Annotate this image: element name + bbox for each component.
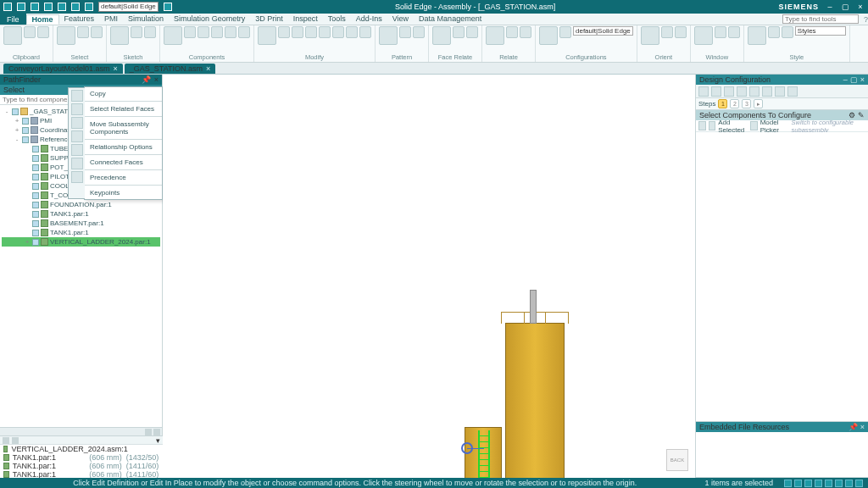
status-icon[interactable] (855, 480, 863, 487)
model-picker-button[interactable]: Model Picker (760, 119, 789, 134)
ribbon-icon[interactable] (144, 26, 156, 38)
tree-node[interactable]: TANK1.par:1 (2, 209, 160, 219)
tree-checkbox[interactable] (32, 239, 39, 246)
dc-tool-icon[interactable] (787, 86, 798, 97)
model-picker-icon[interactable] (750, 121, 758, 130)
qat-redo-icon[interactable] (31, 3, 39, 11)
panel-pin-icon[interactable]: 📌 (849, 423, 858, 431)
panel-pin-icon[interactable]: 📌 (142, 75, 151, 84)
ribbon-icon[interactable] (466, 26, 478, 38)
status-icon[interactable] (804, 480, 812, 487)
occurrence-row[interactable]: VERTICAL_LADDER_2024.asm:1 (0, 445, 163, 453)
tree-checkbox[interactable] (32, 146, 39, 152)
menu-tab-3d-print[interactable]: 3D Print (250, 14, 288, 25)
design-config-body[interactable] (696, 132, 868, 421)
ctx-tool-icon[interactable] (71, 103, 83, 115)
panel-close-icon[interactable]: × (860, 75, 865, 84)
tree-node[interactable]: TANK1.par:1 (2, 228, 160, 237)
menu-tab-view[interactable]: View (387, 14, 414, 25)
ribbon-icon[interactable] (319, 26, 331, 38)
tree-checkbox[interactable] (32, 164, 39, 171)
ribbon-icon[interactable] (694, 26, 713, 45)
occurrence-row[interactable]: TANK1.par:1(606 mm)(1411/60) (0, 470, 163, 478)
ribbon-icon[interactable] (225, 26, 236, 38)
ribbon-icon[interactable] (278, 26, 290, 38)
ribbon-icon[interactable] (346, 26, 358, 38)
dc-tool-icon[interactable] (775, 86, 785, 97)
tree-expand-icon[interactable]: + (14, 117, 20, 125)
ribbon-icon[interactable] (332, 26, 344, 38)
context-menu-item[interactable]: Relationship Options (85, 141, 162, 153)
ribbon-icon[interactable] (110, 26, 129, 45)
document-tab[interactable]: _GAS_STATION.asm× (125, 64, 215, 74)
add-selected-button[interactable]: Add Selected (718, 119, 748, 134)
ribbon-icon[interactable] (359, 26, 371, 38)
menu-tab-features[interactable]: Features (59, 14, 100, 25)
close-button[interactable]: × (856, 3, 865, 11)
find-tools-input[interactable] (782, 14, 859, 24)
ribbon-icon[interactable] (559, 26, 571, 38)
tree-checkbox[interactable] (32, 183, 39, 190)
ctx-tool-icon[interactable] (71, 130, 83, 142)
status-icon[interactable] (825, 480, 832, 487)
tree-node[interactable]: +VERTICAL_LADDER_2024.par:1 (2, 237, 160, 247)
tree-checkbox[interactable] (32, 155, 39, 162)
tree-checkbox[interactable] (32, 202, 39, 208)
ribbon-icon[interactable] (768, 26, 780, 38)
ctx-tool-icon[interactable] (71, 90, 83, 102)
ribbon-icon[interactable] (715, 26, 726, 38)
tree-node[interactable]: BASEMENT.par:1 (2, 219, 160, 228)
panel-nav-left-icon[interactable] (3, 437, 9, 444)
occurrence-row[interactable]: TANK1.par:1(606 mm)(1411/60) (0, 462, 163, 470)
step-4[interactable]: ▸ (754, 99, 763, 108)
menu-tab-pmi[interactable]: PMI (99, 14, 123, 25)
ribbon-icon[interactable] (292, 26, 303, 38)
ribbon-icon[interactable] (37, 26, 49, 38)
status-icon[interactable] (845, 480, 853, 487)
ribbon-icon[interactable] (164, 26, 182, 45)
scroll-left-icon[interactable] (145, 429, 152, 435)
ribbon-icon[interactable] (728, 26, 740, 38)
status-icon[interactable] (794, 480, 802, 487)
ribbon-icon[interactable] (184, 26, 196, 38)
context-menu-item[interactable]: Connected Faces (85, 156, 162, 169)
scroll-right-icon[interactable] (153, 429, 160, 435)
ribbon-icon[interactable] (379, 26, 398, 45)
tree-checkbox[interactable] (32, 230, 39, 236)
tree-checkbox[interactable] (32, 192, 39, 199)
ribbon-dropdown[interactable]: Styles (795, 26, 846, 36)
tree-checkbox[interactable] (22, 127, 29, 134)
tab-close-icon[interactable]: × (114, 64, 118, 73)
dc-tool-icon[interactable] (762, 86, 772, 97)
tree-expand-icon[interactable]: + (14, 126, 20, 134)
dc-tool-icon[interactable] (749, 86, 760, 97)
step-3[interactable]: 3 (742, 99, 751, 108)
status-icon[interactable] (835, 480, 843, 487)
tree-expand-icon[interactable]: - (3, 108, 10, 115)
ribbon-icon[interactable] (77, 26, 89, 38)
qat-style-dropdown[interactable]: default|Solid Edge (98, 2, 159, 12)
menu-tab-add-ins[interactable]: Add-Ins (351, 14, 387, 25)
model-ladder-selected[interactable] (478, 430, 490, 478)
ribbon-icon[interactable] (520, 26, 531, 38)
ribbon-icon[interactable] (486, 26, 504, 45)
ribbon-icon[interactable] (748, 26, 766, 45)
tree-checkbox[interactable] (32, 211, 39, 218)
ribbon-dropdown[interactable]: default|Solid Edge (573, 26, 633, 36)
tree-expand-icon[interactable]: - (14, 136, 20, 143)
context-menu-item[interactable]: Copy (85, 87, 162, 100)
ribbon-icon[interactable] (91, 26, 103, 38)
panel-min-icon[interactable]: – (843, 75, 848, 84)
tree-checkbox[interactable] (22, 118, 29, 125)
ribbon-icon[interactable] (539, 26, 558, 45)
view-cube[interactable]: BACK (666, 449, 688, 471)
qat-icon[interactable] (58, 3, 66, 11)
ribbon-icon[interactable] (453, 26, 465, 38)
panel-close-icon[interactable]: × (154, 75, 159, 84)
ribbon-icon[interactable] (305, 26, 317, 38)
qat-save-icon[interactable] (44, 3, 53, 11)
tree-checkbox[interactable] (32, 174, 39, 180)
context-menu-item[interactable]: Select Related Faces (85, 103, 162, 115)
qat-undo-icon[interactable] (17, 3, 25, 11)
menu-tab-simulation[interactable]: Simulation (123, 14, 169, 25)
